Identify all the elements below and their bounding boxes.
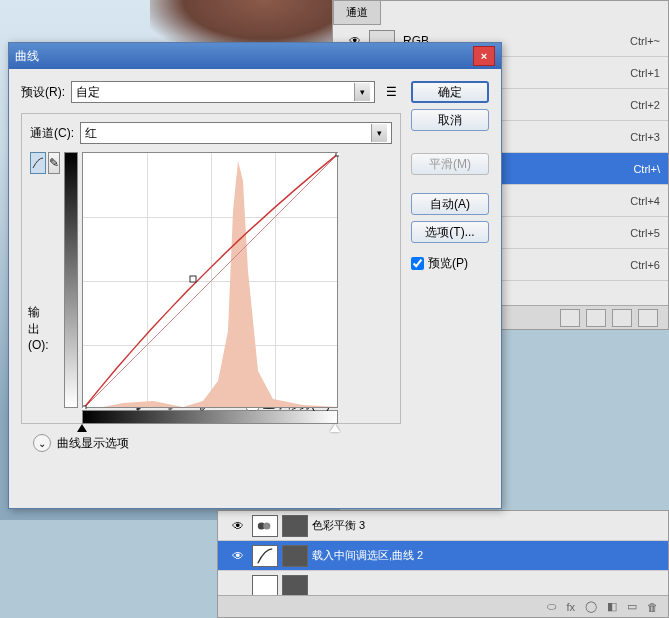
cancel-button[interactable]: 取消 (411, 109, 489, 131)
adjustment-thumb (252, 515, 278, 537)
channel-combo[interactable]: 红 ▾ (80, 122, 392, 144)
channels-tab[interactable]: 通道 (333, 1, 381, 25)
svg-rect-3 (83, 406, 86, 409)
preview-input[interactable] (411, 257, 424, 270)
input-sliders[interactable] (82, 424, 338, 434)
curve-point-tool[interactable] (30, 152, 46, 174)
trash-icon[interactable]: 🗑 (647, 601, 658, 613)
layer-name: 色彩平衡 3 (312, 518, 662, 533)
curve-pencil-tool[interactable]: ✎ (48, 152, 60, 174)
visibility-icon[interactable]: 👁 (224, 549, 252, 563)
preview-checkbox[interactable]: 预览(P) (411, 255, 489, 272)
svg-rect-5 (336, 153, 339, 156)
preset-value: 自定 (76, 84, 100, 101)
chevron-down-icon: ▾ (371, 124, 387, 142)
adjustment-icon[interactable]: ◧ (607, 600, 617, 613)
preset-label: 预设(R): (21, 84, 65, 101)
curve-graph[interactable] (82, 152, 338, 408)
new-channel-icon[interactable] (612, 309, 632, 327)
mask-thumb (282, 515, 308, 537)
layers-panel: 👁 色彩平衡 3 👁 载入中间调选区,曲线 2 ⬭ fx ◯ ◧ ▭ 🗑 (217, 510, 669, 618)
curves-dialog: 曲线 × 预设(R): 自定 ▾ ☰ 通道(C): 红 ▾ (8, 42, 502, 509)
channel-value: 红 (85, 125, 97, 142)
svg-rect-4 (190, 276, 196, 282)
options-button[interactable]: 选项(T)... (411, 221, 489, 243)
preset-combo[interactable]: 自定 ▾ (71, 81, 375, 103)
expand-label: 曲线显示选项 (57, 435, 129, 452)
channel-label: 通道(C): (30, 125, 74, 142)
layer-row-selected[interactable]: 👁 载入中间调选区,曲线 2 (218, 541, 668, 571)
chevron-down-icon: ▾ (354, 83, 370, 101)
dialog-titlebar[interactable]: 曲线 × (9, 43, 501, 69)
save-selection-icon[interactable] (586, 309, 606, 327)
new-layer-icon[interactable]: ▭ (627, 600, 637, 613)
link-icon[interactable]: ⬭ (547, 600, 556, 613)
preset-options-icon[interactable]: ☰ (381, 82, 401, 102)
layer-row[interactable]: 👁 色彩平衡 3 (218, 511, 668, 541)
channel-shortcut: Ctrl+~ (630, 35, 660, 47)
delete-channel-icon[interactable] (638, 309, 658, 327)
expand-options-button[interactable]: ⌄ (33, 434, 51, 452)
auto-button[interactable]: 自动(A) (411, 193, 489, 215)
mask-icon[interactable]: ◯ (585, 600, 597, 613)
close-button[interactable]: × (473, 46, 495, 66)
svg-point-1 (263, 522, 270, 529)
mask-thumb (282, 545, 308, 567)
fx-icon[interactable]: fx (566, 601, 575, 613)
curve-line (83, 153, 339, 409)
adjustment-thumb (252, 545, 278, 567)
smooth-button: 平滑(M) (411, 153, 489, 175)
load-selection-icon[interactable] (560, 309, 580, 327)
dialog-title: 曲线 (15, 48, 473, 65)
ok-button[interactable]: 确定 (411, 81, 489, 103)
svg-line-2 (83, 153, 339, 409)
output-gradient (64, 152, 78, 408)
layer-name: 载入中间调选区,曲线 2 (312, 548, 662, 563)
visibility-icon[interactable]: 👁 (224, 519, 252, 533)
curve-editor: 通道(C): 红 ▾ ✎ (21, 113, 401, 424)
layers-panel-footer: ⬭ fx ◯ ◧ ▭ 🗑 (218, 595, 668, 617)
